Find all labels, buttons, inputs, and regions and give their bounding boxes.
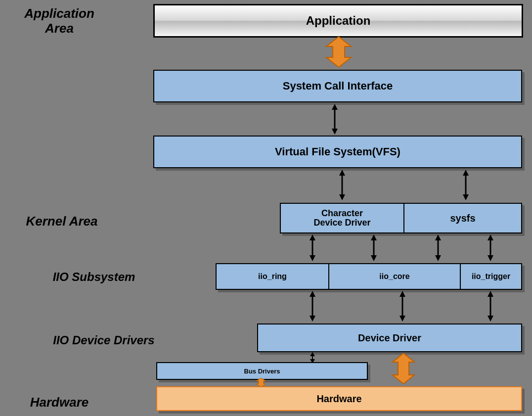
arrow-dd-hw bbox=[391, 353, 416, 384]
box-chardev-text: CharacterDevice Driver bbox=[313, 209, 370, 228]
svg-marker-32 bbox=[310, 352, 315, 356]
label-iio-device-drivers: IIO Device Drivers bbox=[30, 333, 178, 347]
arrow-app-to-sci bbox=[324, 37, 354, 67]
label-kernel-area: Kernel Area bbox=[5, 214, 119, 229]
label-iio-subsystem: IIO Subsystem bbox=[30, 270, 158, 284]
svg-marker-3 bbox=[332, 129, 338, 135]
svg-marker-11 bbox=[310, 234, 315, 240]
svg-marker-6 bbox=[339, 194, 345, 200]
label-hardware: Hardware bbox=[5, 395, 114, 410]
svg-marker-26 bbox=[399, 291, 405, 297]
box-iio-row: iio_ring iio_core iio_trigger bbox=[216, 263, 522, 290]
svg-marker-17 bbox=[435, 234, 441, 240]
svg-marker-27 bbox=[399, 316, 405, 322]
box-chardev-sysfs-row: CharacterDevice Driver sysfs bbox=[280, 203, 522, 233]
label-application-area: Application Area bbox=[10, 6, 109, 36]
box-iio-trigger-text: iio_trigger bbox=[472, 272, 510, 281]
box-device-driver-text: Device Driver bbox=[358, 332, 421, 344]
svg-marker-24 bbox=[310, 316, 315, 322]
box-bus-drivers: Bus Drivers bbox=[156, 362, 368, 380]
label-application-area-l2: Area bbox=[45, 21, 74, 36]
svg-marker-15 bbox=[371, 255, 377, 261]
svg-marker-18 bbox=[435, 255, 441, 261]
arrow-bus-hw bbox=[255, 378, 267, 387]
svg-marker-30 bbox=[488, 316, 493, 322]
svg-marker-8 bbox=[463, 170, 469, 176]
box-application: Application bbox=[153, 4, 523, 38]
svg-marker-29 bbox=[488, 291, 493, 297]
box-hardware-text: Hardware bbox=[316, 393, 361, 405]
svg-marker-12 bbox=[310, 255, 315, 261]
svg-marker-5 bbox=[339, 170, 345, 176]
box-sci-text: System Call Interface bbox=[283, 80, 393, 92]
svg-marker-21 bbox=[488, 255, 493, 261]
box-device-driver: Device Driver bbox=[257, 324, 522, 352]
box-iio-ring-text: iio_ring bbox=[258, 272, 287, 281]
svg-marker-35 bbox=[256, 378, 266, 387]
svg-marker-34 bbox=[393, 353, 414, 384]
svg-marker-2 bbox=[332, 104, 338, 110]
box-hardware: Hardware bbox=[156, 386, 522, 411]
svg-marker-0 bbox=[326, 37, 351, 67]
box-system-call-interface: System Call Interface bbox=[153, 70, 522, 102]
box-application-text: Application bbox=[306, 14, 371, 28]
box-sysfs-text: sysfs bbox=[450, 213, 475, 224]
svg-marker-14 bbox=[371, 234, 377, 240]
label-application-area-l1: Application bbox=[24, 6, 94, 21]
svg-marker-23 bbox=[310, 291, 315, 297]
box-vfs-text: Virtual File System(VFS) bbox=[275, 145, 400, 158]
box-vfs: Virtual File System(VFS) bbox=[153, 136, 522, 168]
box-bus-drivers-text: Bus Drivers bbox=[244, 368, 280, 375]
svg-marker-20 bbox=[488, 234, 493, 240]
box-iio-core-text: iio_core bbox=[379, 272, 409, 281]
svg-marker-9 bbox=[463, 194, 469, 200]
